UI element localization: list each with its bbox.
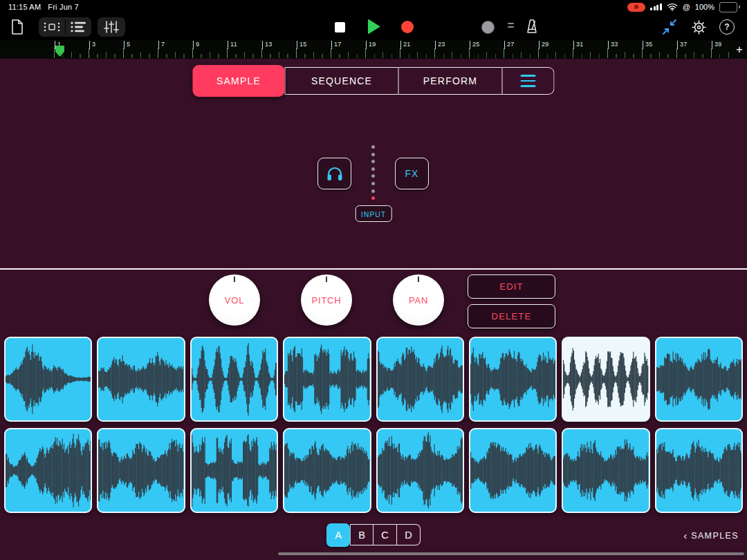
sample-pad-12[interactable]	[283, 428, 371, 513]
live-loops-view-button[interactable]	[39, 18, 65, 36]
mode-tab-bar: SAMPLESEQUENCEPERFORM	[193, 67, 555, 95]
bar-number: 15	[299, 41, 307, 48]
bar-number-tick	[608, 41, 609, 49]
metronome-button[interactable]	[524, 19, 540, 35]
scroll-indicator[interactable]	[278, 552, 744, 555]
bar-number-tick	[262, 41, 263, 49]
view-switcher	[39, 17, 91, 37]
sample-pad-4[interactable]	[283, 337, 371, 422]
knob-indicator	[326, 277, 327, 282]
bar-number-tick	[297, 41, 297, 49]
input-label: INPUT	[361, 210, 387, 218]
bank-c[interactable]: C	[374, 524, 397, 545]
bar-number-tick	[89, 41, 90, 49]
tab-perform[interactable]: PERFORM	[399, 67, 503, 95]
master-volume-knob[interactable]	[481, 21, 495, 34]
sample-pad-13[interactable]	[376, 428, 464, 513]
hamburger-icon	[521, 75, 536, 77]
collapse-arrows-icon	[661, 19, 678, 35]
waveform	[284, 338, 369, 420]
garageband-sampler-screen: 11:15 AM Fri Jun 7 @ 100%	[0, 0, 747, 560]
signal-level-dots	[371, 145, 375, 200]
sample-pad-2[interactable]	[97, 337, 185, 422]
bar-number: 7	[161, 41, 165, 48]
bar-number-tick	[55, 41, 55, 49]
sample-pad-15[interactable]	[562, 428, 649, 513]
sample-pad-11[interactable]	[190, 428, 278, 513]
bar-number: 17	[334, 41, 342, 48]
clock-date: Fri Jun 7	[48, 3, 79, 11]
play-icon	[367, 19, 380, 34]
edit-button[interactable]: EDIT	[468, 274, 555, 299]
screen-recording-indicator[interactable]	[627, 3, 645, 12]
sample-pad-10[interactable]	[97, 428, 185, 513]
pointer-mode-button[interactable]	[661, 19, 678, 35]
knob-label: VOL	[225, 295, 244, 306]
mixer-button[interactable]	[98, 17, 125, 37]
bank-a[interactable]: A	[326, 523, 350, 547]
sample-pad-8[interactable]	[655, 337, 743, 422]
status-left: 11:15 AM Fri Jun 7	[0, 3, 79, 11]
status-bar: 11:15 AM Fri Jun 7 @ 100%	[0, 0, 747, 14]
bar-number-tick	[539, 41, 540, 49]
delete-button[interactable]: DELETE	[468, 304, 555, 328]
bank-b[interactable]: B	[350, 524, 374, 545]
stop-button[interactable]	[329, 18, 350, 36]
volume-level-icon	[508, 23, 514, 28]
bar-number: 27	[507, 41, 515, 48]
bar-number-tick	[643, 41, 643, 49]
live-loops-grid-icon	[42, 19, 62, 35]
add-bars-button[interactable]: +	[732, 40, 747, 59]
help-button[interactable]: ?	[719, 19, 735, 35]
bar-ruler[interactable]: 13579111315171921232527293133353739	[54, 40, 730, 59]
sample-pad-7[interactable]	[562, 337, 649, 422]
sample-pad-16[interactable]	[655, 428, 743, 513]
sample-pad-3[interactable]	[190, 337, 278, 422]
bank-d[interactable]: D	[397, 524, 421, 545]
bar-number: 35	[645, 41, 653, 48]
fx-button[interactable]: FX	[395, 158, 429, 189]
play-button[interactable]	[363, 17, 384, 35]
stop-icon	[335, 22, 345, 32]
cellular-signal-icon	[650, 3, 662, 10]
input-selector[interactable]: INPUT	[356, 205, 392, 222]
sample-pad-14[interactable]	[469, 428, 557, 513]
document-icon	[11, 19, 24, 35]
samples-back-link[interactable]: ‹ SAMPLES	[683, 530, 739, 541]
waveform	[6, 338, 91, 420]
settings-button[interactable]	[691, 19, 707, 35]
track-menu-button[interactable]	[503, 67, 555, 95]
waveform	[563, 338, 648, 420]
ruler-major-ticks	[54, 48, 730, 58]
sample-pad-5[interactable]	[376, 337, 464, 422]
status-right: @ 100%	[627, 2, 747, 12]
bar-number: 9	[196, 41, 199, 48]
sample-pad-1[interactable]	[4, 337, 92, 422]
pitch-knob[interactable]: PITCH	[301, 274, 352, 326]
bar-number-tick	[470, 41, 470, 49]
waveform	[6, 429, 91, 512]
battery-icon	[719, 2, 740, 12]
bar-number-tick	[435, 41, 436, 49]
sample-pad-6[interactable]	[469, 337, 557, 422]
pan-knob[interactable]: PAN	[393, 274, 444, 326]
waveform	[98, 338, 183, 420]
tracks-view-button[interactable]	[66, 18, 91, 36]
toolbar: ?	[0, 14, 747, 40]
bar-number-tick	[366, 41, 367, 49]
headphones-icon	[326, 165, 344, 182]
waveform	[378, 429, 463, 512]
my-songs-button[interactable]	[11, 19, 24, 35]
samples-label: SAMPLES	[691, 531, 739, 541]
tab-sequence[interactable]: SEQUENCE	[285, 67, 399, 95]
tab-sample[interactable]: SAMPLE	[193, 65, 285, 97]
waveform	[192, 338, 277, 420]
clock-time: 11:15 AM	[8, 3, 41, 11]
monitor-button[interactable]	[317, 158, 351, 189]
vol-knob[interactable]: VOL	[209, 274, 260, 326]
sample-pad-9[interactable]	[4, 428, 92, 513]
ruler-strip: 13579111315171921232527293133353739	[0, 40, 747, 59]
bar-number-tick	[573, 41, 574, 49]
record-button[interactable]	[397, 18, 418, 36]
knob-indicator	[418, 277, 419, 282]
